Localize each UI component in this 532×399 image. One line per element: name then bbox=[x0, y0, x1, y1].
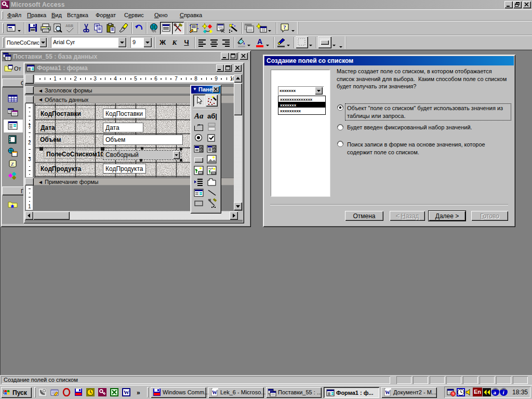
svg-text:3: 3 bbox=[94, 76, 97, 82]
svg-text:9: 9 bbox=[215, 76, 218, 82]
svg-text:xyz: xyz bbox=[208, 167, 213, 170]
svg-text:2: 2 bbox=[74, 76, 77, 82]
svg-text:a: a bbox=[494, 389, 497, 395]
svg-text:7: 7 bbox=[175, 76, 178, 82]
svg-text:?: ? bbox=[283, 24, 286, 30]
svg-text:1: 1 bbox=[28, 204, 31, 209]
svg-text:2: 2 bbox=[28, 140, 31, 145]
svg-text:8: 8 bbox=[194, 76, 197, 82]
svg-text:4: 4 bbox=[114, 76, 117, 82]
svg-text:1: 1 bbox=[28, 123, 31, 128]
svg-text:W: W bbox=[212, 390, 217, 395]
svg-text:АБВ: АБВ bbox=[65, 24, 73, 28]
svg-text:W: W bbox=[124, 389, 129, 395]
svg-text:6: 6 bbox=[154, 76, 157, 82]
svg-text:W: W bbox=[385, 390, 390, 395]
svg-text:3: 3 bbox=[28, 156, 31, 162]
svg-text:5: 5 bbox=[134, 76, 137, 82]
svg-text:1: 1 bbox=[54, 76, 57, 82]
